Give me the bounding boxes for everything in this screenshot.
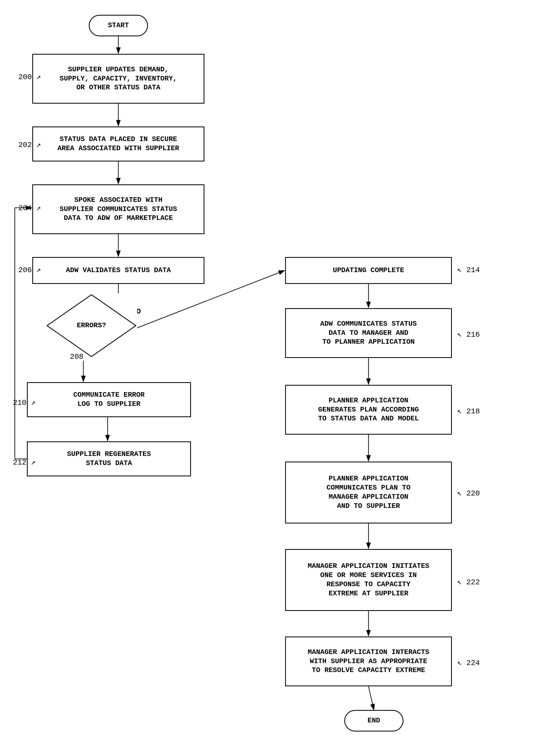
node-204: SPOKE ASSOCIATED WITHSUPPLIER COMMUNICAT… [32, 184, 204, 234]
ref-212: 212 ↗ [13, 457, 36, 467]
node-222-label: MANAGER APPLICATION INITIATESONE OR MORE… [308, 562, 429, 598]
node-216-label: ADW COMMUNICATES STATUSDATA TO MANAGER A… [320, 319, 417, 347]
node-216: ADW COMMUNICATES STATUSDATA TO MANAGER A… [285, 308, 452, 358]
arrows-svg: NO YES [0, 0, 560, 749]
node-208-label: ERRORS? [77, 321, 106, 330]
diagram-container: NO YES START SUPPLIER UPDATES DEMAND,SUP… [0, 0, 560, 749]
node-214: UPDATING COMPLETE [285, 257, 452, 284]
start-label: START [108, 21, 129, 30]
ref-206: 206 ↗ [18, 265, 41, 274]
ref-220: ↖ 220 [457, 489, 480, 498]
ref-204: 204 ↗ [18, 203, 41, 212]
node-210-label: COMMUNICATE ERRORLOG TO SUPPLIER [73, 390, 144, 409]
end-node: END [344, 710, 403, 731]
ref-224: ↖ 224 [457, 658, 480, 667]
ref-202: 202 ↗ [18, 140, 41, 149]
ref-218: ↖ 218 [457, 406, 480, 415]
node-206: ADW VALIDATES STATUS DATA [32, 257, 204, 284]
node-212-label: SUPPLIER REGENERATESSTATUS DATA [67, 450, 151, 468]
svg-line-17 [368, 686, 374, 710]
ref-200: 200 ↗ [18, 72, 41, 81]
node-222: MANAGER APPLICATION INITIATESONE OR MORE… [285, 549, 452, 611]
ref-222: ↖ 222 [457, 577, 480, 586]
ref-214: ↖ 214 [457, 265, 480, 274]
ref-208: 208 [70, 352, 83, 361]
node-218: PLANNER APPLICATIONGENERATES PLAN ACCORD… [285, 385, 452, 435]
node-210: COMMUNICATE ERRORLOG TO SUPPLIER [27, 382, 191, 417]
node-212: SUPPLIER REGENERATESSTATUS DATA [27, 442, 191, 476]
node-218-label: PLANNER APPLICATIONGENERATES PLAN ACCORD… [318, 396, 419, 423]
node-206-label: ADW VALIDATES STATUS DATA [66, 266, 171, 275]
node-208: ERRORS? [46, 293, 137, 358]
ref-210: 210 ↗ [13, 398, 36, 407]
node-200: SUPPLIER UPDATES DEMAND,SUPPLY, CAPACITY… [32, 54, 204, 104]
node-202: STATUS DATA PLACED IN SECUREAREA ASSOCIA… [32, 127, 204, 162]
node-202-label: STATUS DATA PLACED IN SECUREAREA ASSOCIA… [58, 135, 179, 153]
end-label: END [368, 716, 380, 725]
node-200-label: SUPPLIER UPDATES DEMAND,SUPPLY, CAPACITY… [60, 65, 177, 92]
node-224: MANAGER APPLICATION INTERACTSWITH SUPPLI… [285, 637, 452, 686]
node-204-label: SPOKE ASSOCIATED WITHSUPPLIER COMMUNICAT… [60, 196, 177, 223]
node-224-label: MANAGER APPLICATION INTERACTSWITH SUPPLI… [308, 648, 429, 675]
node-220-label: PLANNER APPLICATIONCOMMUNICATES PLAN TOM… [327, 474, 410, 511]
node-214-label: UPDATING COMPLETE [333, 266, 404, 275]
node-220: PLANNER APPLICATIONCOMMUNICATES PLAN TOM… [285, 462, 452, 523]
ref-216: ↖ 216 [457, 330, 480, 339]
start-node: START [89, 15, 148, 36]
